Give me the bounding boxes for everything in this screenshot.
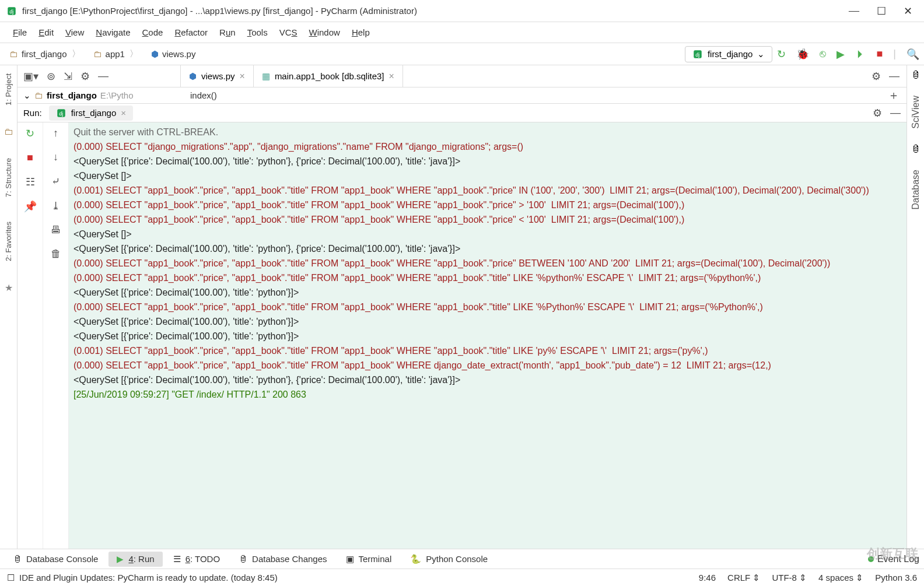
project-view-icon[interactable]: ▣▾ xyxy=(23,70,38,83)
collapse-icon[interactable]: ⇲ xyxy=(64,70,72,83)
menu-file[interactable]: File xyxy=(8,25,32,40)
chevron-down-icon[interactable]: ⌄ xyxy=(23,90,31,101)
status-message: IDE and Plugin Updates: PyCharm is ready… xyxy=(19,573,278,583)
btab-todo[interactable]: ☰6: TODO xyxy=(165,552,228,567)
profile-icon[interactable]: ⏵ xyxy=(855,48,866,60)
rerun-icon[interactable]: ↻ xyxy=(26,127,34,140)
stop-icon[interactable]: ■ xyxy=(876,48,883,60)
rail-sciview[interactable]: SciView xyxy=(911,92,921,132)
project-name: first_django xyxy=(47,90,97,100)
minimize-panel-icon[interactable]: — xyxy=(890,107,901,120)
navigation-breadcrumb[interactable]: index() xyxy=(181,90,226,100)
menu-edit[interactable]: Edit xyxy=(34,25,58,40)
btab-label: 6: TODO xyxy=(186,554,220,564)
gear-icon[interactable]: ⚙ xyxy=(873,107,882,120)
window-title: first_django [E:\PythonProject\first_dja… xyxy=(22,6,849,16)
rail-favorites[interactable]: 2: Favorites xyxy=(4,218,13,265)
btab-py-console[interactable]: 🐍Python Console xyxy=(402,552,496,567)
console-line: <QuerySet [{'price': Decimal('100.00'), … xyxy=(74,285,902,300)
pin-icon[interactable]: 📌 xyxy=(24,200,37,213)
encoding[interactable]: UTF-8 ⇕ xyxy=(772,573,807,583)
run-icon[interactable]: ▶ xyxy=(836,48,845,61)
crumb-root[interactable]: 🗀first_django〉 xyxy=(5,47,86,61)
maximize-button[interactable]: ☐ xyxy=(877,5,886,17)
btab-run[interactable]: ▶4: Run xyxy=(108,552,162,567)
menu-run[interactable]: Run xyxy=(215,25,240,40)
database-icon[interactable]: 🛢 xyxy=(911,144,921,155)
wrap-icon[interactable]: ⤶ xyxy=(51,175,60,188)
minimize-panel-icon[interactable]: — xyxy=(98,70,108,82)
gear-icon[interactable]: ⚙ xyxy=(872,70,881,83)
close-run-tab-icon[interactable]: × xyxy=(121,108,126,118)
menu-code[interactable]: Code xyxy=(138,25,168,40)
run-tab[interactable]: dj first_django × xyxy=(49,106,133,121)
crumb-label: app1 xyxy=(106,49,125,59)
cursor-position[interactable]: 9:46 xyxy=(699,573,716,583)
btab-label: Database Console xyxy=(26,554,98,564)
console-line: (0.000) SELECT "app1_book"."price", "app… xyxy=(74,198,902,212)
menu-tools[interactable]: Tools xyxy=(243,25,272,40)
minimize-button[interactable]: — xyxy=(849,5,859,17)
db-icon: 🛢 xyxy=(239,554,247,564)
menu-help[interactable]: Help xyxy=(347,25,374,40)
rail-database[interactable]: Database xyxy=(911,166,921,213)
run-label: Run: xyxy=(23,108,42,118)
box-icon: ☐ xyxy=(7,573,15,583)
rerun-icon[interactable]: ↻ xyxy=(777,48,786,61)
interpreter[interactable]: Python 3.6 xyxy=(875,573,917,583)
debug-icon[interactable]: 🐞 xyxy=(796,48,809,61)
run-config-selector[interactable]: dj first_django ⌄ xyxy=(685,46,773,62)
btab-db-console[interactable]: 🛢Database Console xyxy=(5,552,106,566)
tab-label: views.py xyxy=(201,71,235,81)
down-icon[interactable]: ↓ xyxy=(53,151,58,163)
menu-refactor[interactable]: Refactor xyxy=(170,25,212,40)
console-output[interactable]: Quit the server with CTRL-BREAK.(0.000) … xyxy=(69,122,907,549)
menu-view[interactable]: View xyxy=(61,25,89,40)
run-header-tools: ⚙ — xyxy=(873,107,901,120)
close-button[interactable]: ✕ xyxy=(904,5,912,17)
up-icon[interactable]: ↑ xyxy=(53,127,58,139)
btab-terminal[interactable]: ▣Terminal xyxy=(338,552,400,567)
btab-db-changes[interactable]: 🛢Database Changes xyxy=(230,552,335,566)
menu-navigate[interactable]: Navigate xyxy=(91,25,135,40)
print-icon[interactable]: 🖶 xyxy=(51,224,61,236)
indent[interactable]: 4 spaces ⇕ xyxy=(818,573,863,583)
btab-label: Terminal xyxy=(359,554,392,564)
main-layout: 1: Project 🗀 7: Structure 2: Favorites ★… xyxy=(0,65,924,549)
menu-window[interactable]: Window xyxy=(304,25,345,40)
layout-icon[interactable]: ☷ xyxy=(26,176,35,188)
target-icon[interactable]: ⊚ xyxy=(47,70,55,83)
status-message-area[interactable]: ☐ IDE and Plugin Updates: PyCharm is rea… xyxy=(7,573,278,583)
minimize-panel-icon[interactable]: — xyxy=(889,70,900,82)
menu-vcs[interactable]: VCS xyxy=(275,25,302,40)
add-icon[interactable]: ＋ xyxy=(881,87,907,103)
run-side-actions-2: ↑ ↓ ⤶ ⤓ 🖶 🗑 xyxy=(43,122,69,549)
console-line: (0.000) SELECT "app1_book"."price", "app… xyxy=(74,300,902,314)
close-tab-icon[interactable]: × xyxy=(240,71,245,82)
stop-icon[interactable]: ■ xyxy=(27,152,33,164)
svg-text:dj: dj xyxy=(59,110,63,116)
scroll-end-icon[interactable]: ⤓ xyxy=(51,199,60,212)
line-sep[interactable]: CRLF ⇕ xyxy=(727,573,760,583)
search-icon[interactable]: 🔍 xyxy=(907,48,919,61)
crumb-file[interactable]: ⬢views.py xyxy=(146,48,201,61)
coverage-icon[interactable]: ⎋ xyxy=(820,48,826,60)
play-icon: ▶ xyxy=(117,554,124,564)
event-log[interactable]: Event Log xyxy=(868,554,919,564)
console-line: (0.000) SELECT "app1_book"."price", "app… xyxy=(74,212,902,227)
run-config-label: first_django xyxy=(708,49,753,59)
python-icon: 🐍 xyxy=(410,554,421,564)
project-tree[interactable]: ⌄ 🗀 first_django E:\Pytho xyxy=(18,90,181,101)
trash-icon[interactable]: 🗑 xyxy=(51,248,61,260)
crumb-app[interactable]: 🗀app1〉 xyxy=(89,47,144,61)
run-tab-label: first_django xyxy=(71,108,117,118)
tab-db-table[interactable]: ▦ main.app1_book [db.sqlite3] × xyxy=(254,65,403,87)
tab-views-py[interactable]: ⬢ views.py × xyxy=(181,65,254,87)
database-icon[interactable]: 🛢 xyxy=(911,70,921,80)
chevron-down-icon: ⌄ xyxy=(757,49,765,59)
breadcrumb: 🗀first_django〉 🗀app1〉 ⬢views.py xyxy=(5,47,685,61)
rail-project[interactable]: 1: Project xyxy=(4,70,13,109)
rail-structure[interactable]: 7: Structure xyxy=(4,155,13,201)
gear-icon[interactable]: ⚙ xyxy=(80,70,90,83)
close-tab-icon[interactable]: × xyxy=(389,71,394,82)
